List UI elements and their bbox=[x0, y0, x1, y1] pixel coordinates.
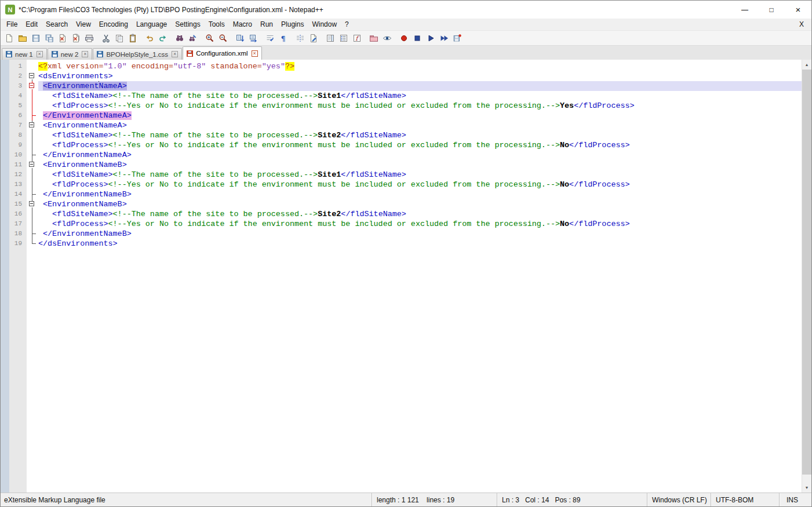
macro-run-multiple-icon[interactable] bbox=[438, 32, 449, 43]
sync-horizontal-scroll-icon[interactable] bbox=[247, 32, 258, 43]
status-length-lines: length : 1 121 lines : 19 bbox=[372, 493, 497, 506]
tab-new-1[interactable]: new 1× bbox=[2, 48, 47, 60]
word-wrap-icon[interactable] bbox=[264, 32, 275, 43]
minimize-button[interactable]: — bbox=[731, 1, 758, 19]
macro-record-icon[interactable] bbox=[398, 32, 409, 43]
tab-configuration-xml[interactable]: Configuration.xml× bbox=[183, 46, 261, 60]
code-line: </EnvironmentNameA> bbox=[38, 150, 802, 160]
tab-label: BPOHelpStyle_1.css bbox=[106, 51, 168, 58]
fold-guide bbox=[27, 170, 38, 180]
menu-edit[interactable]: Edit bbox=[21, 19, 42, 30]
find-icon[interactable] bbox=[174, 32, 185, 43]
copy-icon[interactable] bbox=[114, 32, 125, 43]
menu-window[interactable]: Window bbox=[308, 19, 341, 30]
menu-encoding[interactable]: Encoding bbox=[95, 19, 132, 30]
monitoring-icon[interactable] bbox=[381, 32, 392, 43]
tab-label: new 2 bbox=[61, 51, 79, 58]
fold-cell bbox=[27, 61, 38, 71]
close-all-icon[interactable] bbox=[70, 32, 81, 43]
line-number: 10 bbox=[9, 150, 27, 160]
show-indent-guide-icon[interactable] bbox=[294, 32, 305, 43]
macro-play-icon[interactable] bbox=[425, 32, 436, 43]
menu-search[interactable]: Search bbox=[42, 19, 72, 30]
fold-toggle-icon[interactable] bbox=[27, 121, 38, 130]
menu-file[interactable]: File bbox=[2, 19, 21, 30]
menu-settings[interactable]: Settings bbox=[171, 19, 204, 30]
save-all-icon[interactable] bbox=[43, 32, 54, 43]
show-all-characters-icon[interactable]: ¶ bbox=[278, 32, 289, 43]
menu-help[interactable]: ? bbox=[341, 19, 353, 30]
print-icon[interactable] bbox=[83, 32, 94, 43]
new-file-icon[interactable] bbox=[3, 32, 14, 43]
function-list-icon[interactable]: f bbox=[351, 32, 362, 43]
tab-close-icon[interactable]: × bbox=[252, 50, 258, 57]
saved-file-icon bbox=[52, 51, 58, 57]
close-button[interactable]: × bbox=[785, 1, 811, 19]
line-number: 17 bbox=[9, 219, 27, 229]
menu-macro[interactable]: Macro bbox=[229, 19, 256, 30]
macro-save-icon[interactable] bbox=[451, 32, 463, 43]
close-file-icon[interactable] bbox=[57, 32, 68, 43]
menu-plugins[interactable]: Plugins bbox=[277, 19, 308, 30]
document-list-icon[interactable] bbox=[338, 32, 349, 43]
fold-guide bbox=[27, 140, 38, 150]
line-number: 14 bbox=[9, 189, 27, 199]
macro-stop-icon[interactable] bbox=[412, 32, 423, 43]
tab-close-icon[interactable]: × bbox=[37, 51, 43, 57]
paste-icon[interactable] bbox=[127, 32, 138, 43]
code-line: <dsEnvironments> bbox=[38, 71, 802, 81]
replace-icon[interactable] bbox=[187, 32, 198, 43]
tab-new-2[interactable]: new 2× bbox=[48, 48, 93, 60]
menu-run[interactable]: Run bbox=[256, 19, 277, 30]
menu-language[interactable]: Language bbox=[132, 19, 171, 30]
fold-toggle-icon[interactable] bbox=[27, 199, 38, 209]
saved-file-icon bbox=[6, 51, 12, 57]
scrollbar-thumb[interactable] bbox=[802, 70, 811, 475]
vertical-scrollbar: ▲ ▼ bbox=[802, 60, 811, 493]
notepad-plus-plus-window: N *C:\Program Files\CO3 Technologies (Pt… bbox=[0, 0, 812, 507]
menu-view[interactable]: View bbox=[72, 19, 95, 30]
redo-icon[interactable] bbox=[157, 32, 168, 43]
undo-icon[interactable] bbox=[144, 32, 155, 43]
bookmark-margin[interactable] bbox=[1, 60, 9, 493]
maximize-button[interactable]: □ bbox=[758, 1, 785, 19]
fold-toggle-icon[interactable] bbox=[27, 160, 38, 170]
code-line: <fldSiteName><!--The name of the site to… bbox=[38, 130, 802, 140]
toolbar: ¶f bbox=[1, 31, 811, 46]
code-line: <?xml version="1.0" encoding="utf-8" sta… bbox=[38, 61, 802, 71]
zoom-in-icon[interactable] bbox=[204, 32, 215, 43]
menu-close-document-x[interactable]: X bbox=[792, 20, 811, 28]
zoom-out-icon[interactable] bbox=[217, 32, 228, 43]
text-area[interactable]: <?xml version="1.0" encoding="utf-8" sta… bbox=[38, 60, 802, 493]
code-line: <fldSiteName><!--The name of the site to… bbox=[38, 170, 802, 180]
sync-vertical-scroll-icon[interactable] bbox=[234, 32, 245, 43]
tab-close-icon[interactable]: × bbox=[172, 51, 178, 57]
line-number: 15 bbox=[9, 199, 27, 209]
line-number: 5 bbox=[9, 101, 27, 111]
title-bar[interactable]: N *C:\Program Files\CO3 Technologies (Pt… bbox=[1, 1, 811, 19]
code-line: <EnvironmentNameA> bbox=[38, 81, 802, 91]
scroll-down-icon[interactable]: ▼ bbox=[802, 483, 811, 493]
code-line: <fldSiteName><!--The name of the site to… bbox=[38, 91, 802, 101]
line-number-margin: 12345678910111213141516171819 bbox=[9, 60, 27, 493]
save-file-icon[interactable] bbox=[30, 32, 41, 43]
window-controls: — □ × bbox=[731, 1, 811, 19]
fold-guide bbox=[27, 180, 38, 189]
line-number: 16 bbox=[9, 209, 27, 219]
open-file-icon[interactable] bbox=[17, 32, 28, 43]
fold-toggle-icon[interactable] bbox=[27, 81, 38, 91]
user-defined-language-icon[interactable] bbox=[308, 32, 319, 43]
line-number: 6 bbox=[9, 111, 27, 121]
saved-file-icon bbox=[97, 51, 103, 57]
fold-guide bbox=[27, 150, 38, 160]
fold-guide bbox=[27, 101, 38, 111]
fold-toggle-icon[interactable] bbox=[27, 71, 38, 81]
scroll-up-icon[interactable]: ▲ bbox=[802, 60, 811, 70]
tab-bpohelpstyle-1-css[interactable]: BPOHelpStyle_1.css× bbox=[93, 48, 182, 60]
folder-as-workspace-icon[interactable] bbox=[368, 32, 379, 43]
scrollbar-track[interactable] bbox=[802, 70, 811, 483]
menu-tools[interactable]: Tools bbox=[205, 19, 229, 30]
cut-icon[interactable] bbox=[100, 32, 111, 43]
document-map-icon[interactable] bbox=[325, 32, 336, 43]
tab-close-icon[interactable]: × bbox=[82, 51, 88, 57]
